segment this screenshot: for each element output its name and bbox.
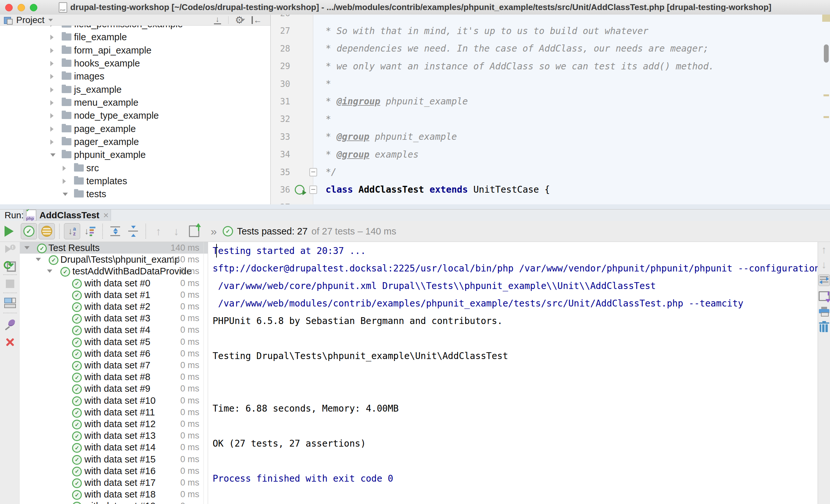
scroll-from-source-icon[interactable]: ↓ <box>213 16 222 24</box>
test-tree-row[interactable]: with data set #120 ms <box>20 418 208 430</box>
editor-line[interactable]: 26* <box>271 14 830 22</box>
project-tree-item[interactable]: images <box>0 70 270 83</box>
test-tree-row[interactable]: with data set #100 ms <box>20 395 208 406</box>
panel-splitter[interactable] <box>0 204 830 209</box>
project-tree-item[interactable]: pager_example <box>0 135 270 148</box>
project-tree-item[interactable]: menu_example <box>0 96 270 109</box>
previous-failed-test-button[interactable]: ↑ <box>150 223 166 239</box>
disclosure-triangle[interactable] <box>47 270 52 273</box>
test-tree-row[interactable]: Drupal\Tests\phpunit_examp140 ms <box>20 254 208 265</box>
test-tree-row[interactable]: testAddWithBadDataProvide0 ms <box>20 265 208 277</box>
editor-line[interactable]: 32* <box>271 110 830 128</box>
editor-line[interactable]: 37 <box>271 199 830 204</box>
test-tree-row[interactable]: with data set #140 ms <box>20 441 208 453</box>
expand-all-button[interactable] <box>107 223 123 239</box>
toolbar-overflow-chevron[interactable]: » <box>211 225 217 238</box>
import-export-test-results-button[interactable] <box>186 223 202 239</box>
disclosure-triangle[interactable] <box>50 154 56 157</box>
test-tree-row[interactable]: with data set #160 ms <box>20 465 208 477</box>
test-tree-row[interactable]: with data set #00 ms <box>20 277 208 289</box>
warning-stripe-mark[interactable] <box>824 116 829 118</box>
disclosure-triangle[interactable] <box>63 179 66 184</box>
editor-line[interactable]: 30* <box>271 75 830 93</box>
rerun-button[interactable] <box>4 226 13 237</box>
test-tree-row[interactable]: with data set #150 ms <box>20 453 208 465</box>
disclosure-triangle[interactable] <box>63 193 68 196</box>
project-tree-item[interactable]: phpunit_example <box>0 148 270 161</box>
show-ignored-toggle[interactable] <box>39 223 55 239</box>
print-icon[interactable] <box>819 307 829 316</box>
project-tree-item[interactable]: tests <box>0 188 270 200</box>
editor-line[interactable]: 33* @group phpunit_example <box>271 128 830 146</box>
soft-wrap-toggle[interactable] <box>818 274 830 286</box>
test-tree-row[interactable]: with data set #110 ms <box>20 406 208 418</box>
inspection-status-square[interactable] <box>822 14 830 22</box>
disclosure-triangle[interactable] <box>24 246 30 249</box>
sort-by-duration-button[interactable]: ↓ <box>82 223 98 239</box>
run-tab-addclasstest[interactable]: ✓php AddClassTest × <box>23 209 111 221</box>
close-tab-icon[interactable]: × <box>103 210 108 221</box>
disclosure-triangle[interactable] <box>50 139 54 145</box>
scroll-to-end-icon[interactable] <box>819 291 830 301</box>
disclosure-triangle[interactable] <box>63 166 66 171</box>
disclosure-triangle[interactable] <box>50 48 54 53</box>
gear-icon[interactable]: ⚙ <box>235 15 245 25</box>
test-tree-row[interactable]: with data set #180 ms <box>20 489 208 500</box>
console-output[interactable]: Testing started at 20:37 ...sftp://docke… <box>208 242 818 504</box>
disclosure-triangle[interactable] <box>36 258 41 261</box>
title-bar[interactable]: drupal-testing-workshop [~/Code/os/drupa… <box>0 0 830 15</box>
project-tree-item[interactable]: node_type_example <box>0 109 270 122</box>
project-tree-item[interactable]: hooks_example <box>0 57 270 70</box>
disclosure-triangle[interactable] <box>50 100 54 105</box>
project-tree-item[interactable]: js_example <box>0 83 270 96</box>
hide-panel-icon[interactable]: ← <box>252 16 262 24</box>
disclosure-triangle[interactable] <box>50 61 54 66</box>
project-tree-item[interactable]: templates <box>0 174 270 188</box>
project-tree-item[interactable]: form_api_example <box>0 44 270 57</box>
collapse-all-button[interactable] <box>125 223 141 239</box>
test-tree-row[interactable]: with data set #20 ms <box>20 301 208 312</box>
project-panel-title[interactable]: Project <box>16 15 44 25</box>
test-tree-row[interactable]: with data set #30 ms <box>20 312 208 324</box>
show-passed-toggle[interactable] <box>21 223 37 239</box>
rerun-failed-tests-icon[interactable]: ! <box>4 244 15 255</box>
test-tree-row[interactable]: with data set #170 ms <box>20 477 208 489</box>
test-tree-row[interactable]: with data set #80 ms <box>20 371 208 383</box>
test-tree-row[interactable]: with data set #50 ms <box>20 336 208 348</box>
test-tree-row[interactable]: with data set #90 ms <box>20 383 208 394</box>
code-fold-marker[interactable] <box>309 186 317 194</box>
project-tree-item[interactable]: src <box>0 162 270 174</box>
disclosure-triangle[interactable] <box>50 74 54 79</box>
test-tree-row[interactable]: Test Results140 ms <box>20 242 208 254</box>
editor-line[interactable]: 27* So with that in mind, it's up to us … <box>271 22 830 40</box>
disclosure-triangle[interactable] <box>50 127 54 132</box>
editor-line[interactable]: 28* dependencies we need. In the case of… <box>271 40 830 58</box>
run-test-gutter-icon[interactable] <box>295 185 305 195</box>
close-panel-icon[interactable] <box>5 337 15 347</box>
project-tree-item[interactable]: page_example <box>0 122 270 135</box>
down-stacktrace-icon[interactable]: ↓ <box>822 260 827 270</box>
test-tree-row[interactable]: with data set #190 ms <box>20 500 208 504</box>
clear-all-icon[interactable] <box>820 322 829 332</box>
sort-alphabetically-toggle[interactable]: ↓az <box>64 223 80 239</box>
test-tree-row[interactable]: with data set #60 ms <box>20 348 208 359</box>
editor-scrollbar-thumb[interactable] <box>824 44 829 63</box>
test-tree-row[interactable]: with data set #130 ms <box>20 430 208 441</box>
rerun-icon[interactable]: ⟳ <box>4 260 16 271</box>
warning-stripe-mark[interactable] <box>824 94 829 96</box>
code-editor[interactable]: 26*27* So with that in mind, it's up to … <box>271 14 830 209</box>
editor-line[interactable]: 29* we only want an instance of AddClass… <box>271 58 830 75</box>
code-fold-marker[interactable] <box>309 168 317 176</box>
disclosure-triangle[interactable] <box>50 87 54 93</box>
test-tree-row[interactable]: with data set #40 ms <box>20 324 208 336</box>
file-proxy-icon[interactable] <box>59 2 67 13</box>
test-results-tree[interactable]: Test Results140 msDrupal\Tests\phpunit_e… <box>20 242 208 504</box>
restore-layout-icon[interactable] <box>4 298 16 308</box>
disclosure-triangle[interactable] <box>50 35 54 40</box>
editor-line[interactable]: 31* @ingroup phpunit_example <box>271 93 830 110</box>
project-tree-item[interactable]: file_example <box>0 31 270 43</box>
up-stacktrace-icon[interactable]: ↑ <box>822 244 827 255</box>
next-failed-test-button[interactable]: ↓ <box>168 223 184 239</box>
test-tree-row[interactable]: with data set #70 ms <box>20 359 208 371</box>
stop-icon[interactable] <box>6 279 14 288</box>
